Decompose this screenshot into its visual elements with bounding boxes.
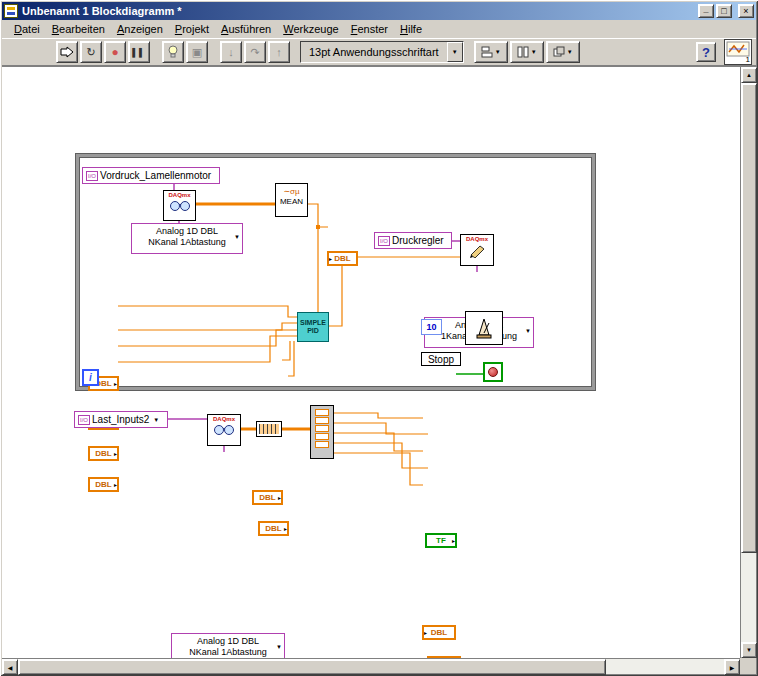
wire-index-out3[interactable] bbox=[334, 433, 423, 451]
wire-dbl4-pid[interactable] bbox=[118, 336, 298, 362]
polymorphic-selector-read1[interactable]: Analog 1D DBL NKanal 1Abtastung ▼ bbox=[131, 223, 243, 254]
minimize-button[interactable]: _ bbox=[698, 4, 714, 18]
dbl-indicator-2[interactable]: ▸ DBL bbox=[427, 656, 461, 658]
dbl-control-3[interactable]: DBL ▸ bbox=[88, 446, 119, 461]
abort-icon: ● bbox=[111, 45, 118, 59]
dbl-control-4[interactable]: DBL ▸ bbox=[88, 477, 119, 492]
horizontal-scroll-thumb[interactable] bbox=[18, 659, 606, 675]
task-constant-vordruck[interactable]: I/O Vordruck_Lamellenmotor bbox=[82, 167, 220, 184]
terminal-arrow-icon: ▸ bbox=[114, 450, 117, 457]
step-out-button[interactable]: ↑ bbox=[268, 41, 290, 63]
step-into-button[interactable]: ↓ bbox=[220, 41, 242, 63]
vertical-scroll-thumb[interactable] bbox=[741, 83, 757, 553]
window: Unbenannt 1 Blockdiagramm * _ □ × Datei … bbox=[0, 0, 758, 676]
toolbar-right: ? 1 bbox=[696, 39, 752, 65]
daqmx-write-node[interactable]: DAQmx bbox=[460, 234, 494, 266]
selector-dropdown-icon[interactable]: ▼ bbox=[234, 234, 240, 242]
titlebar[interactable]: Unbenannt 1 Blockdiagramm * _ □ × bbox=[2, 2, 756, 20]
distribute-objects-dropdown[interactable]: ▼ bbox=[510, 41, 544, 63]
wire-mean-dbl-indicator[interactable] bbox=[307, 204, 328, 227]
terminal-arrow-icon: ▸ bbox=[424, 629, 427, 636]
vi-icon[interactable]: 1 bbox=[724, 39, 752, 65]
wire-index-out4[interactable] bbox=[334, 443, 428, 468]
font-settings-dropdown[interactable]: 13pt Anwendungsschriftart ▼ bbox=[300, 41, 464, 63]
task-constant-last-inputs-label: Last_Inputs2 bbox=[92, 414, 149, 425]
retain-values-button[interactable]: ▣ bbox=[186, 41, 208, 63]
daqmx-task-icon: I/O bbox=[86, 171, 98, 181]
close-button[interactable]: × bbox=[738, 4, 754, 18]
task-dropdown-icon[interactable]: ▼ bbox=[153, 417, 159, 423]
vi-number-badge: 1 bbox=[746, 55, 750, 64]
wait-ms-node[interactable] bbox=[465, 311, 503, 345]
scroll-down-button[interactable]: ▼ bbox=[741, 642, 757, 658]
daqmx-read-node-1[interactable]: DAQmx bbox=[163, 190, 196, 221]
task-constant-druckregler-label: Druckregler bbox=[392, 235, 444, 246]
terminal-arrow-icon: ▸ bbox=[452, 537, 455, 544]
vertical-scrollbar[interactable]: ▲ ▼ bbox=[740, 67, 756, 658]
numeric-constant-10[interactable]: 10 bbox=[421, 319, 442, 335]
terminal-arrow-icon: ▸ bbox=[329, 255, 332, 262]
scroll-up-button[interactable]: ▲ bbox=[741, 67, 757, 83]
menu-datei[interactable]: Datei bbox=[8, 21, 46, 37]
run-button[interactable] bbox=[56, 41, 78, 63]
loop-iteration-terminal[interactable]: i bbox=[82, 369, 99, 386]
dbl-control-5[interactable]: DBL ▸ bbox=[252, 490, 283, 505]
task-constant-last-inputs[interactable]: I/O Last_Inputs2 ▼ bbox=[74, 411, 168, 428]
terminal-arrow-icon: ▸ bbox=[114, 481, 117, 488]
loop-conditional-terminal[interactable] bbox=[483, 362, 503, 382]
dbl-indicator-mean[interactable]: ▸ DBL bbox=[327, 251, 358, 266]
menu-hilfe[interactable]: Hilfe bbox=[394, 21, 428, 37]
dbl-control-6[interactable]: DBL ▸ bbox=[258, 521, 289, 536]
mean-node[interactable]: ∼σµ MEAN bbox=[275, 183, 308, 217]
stop-control-label[interactable]: Stopp bbox=[421, 352, 461, 366]
wire-dbl3-pid[interactable] bbox=[118, 330, 298, 346]
block-diagram[interactable]: I/O Vordruck_Lamellenmotor DAQmx Analog … bbox=[2, 67, 740, 658]
menu-werkzeuge[interactable]: Werkzeuge bbox=[277, 21, 344, 37]
menu-anzeigen[interactable]: Anzeigen bbox=[111, 21, 169, 37]
terminal-arrow-icon: ▸ bbox=[114, 380, 117, 387]
distribute-objects-icon bbox=[517, 46, 529, 58]
pause-button[interactable]: ▌▌ bbox=[128, 41, 150, 63]
simple-pid-node[interactable]: SIMPLE PID bbox=[297, 312, 329, 342]
index-array-node[interactable] bbox=[310, 405, 334, 459]
daqmx-read-node-2[interactable]: DAQmx bbox=[207, 414, 241, 446]
window-title: Unbenannt 1 Blockdiagramm * bbox=[20, 5, 696, 17]
selector-dropdown-icon[interactable]: ▼ bbox=[525, 328, 531, 336]
scroll-left-button[interactable]: ◀ bbox=[2, 659, 18, 675]
tf-terminal[interactable]: TF ▸ bbox=[425, 533, 457, 548]
polymorphic-selector-read2[interactable]: Analog 1D DBL NKanal 1Abtastung ▼ bbox=[171, 633, 285, 658]
app-icon[interactable] bbox=[4, 4, 18, 18]
scroll-right-button[interactable]: ▶ bbox=[724, 659, 740, 675]
step-over-button[interactable]: ↷ bbox=[244, 41, 266, 63]
run-continuous-button[interactable]: ↻ bbox=[80, 41, 102, 63]
menu-projekt[interactable]: Projekt bbox=[169, 21, 215, 37]
wire-dbl6-pid[interactable] bbox=[288, 341, 294, 376]
wire-dbl2-pid[interactable] bbox=[118, 323, 298, 330]
menu-ausfuehren[interactable]: Ausführen bbox=[215, 21, 277, 37]
wire-index-out1[interactable] bbox=[334, 413, 423, 418]
align-objects-dropdown[interactable]: ▼ bbox=[474, 41, 508, 63]
array-index-icon[interactable] bbox=[256, 421, 282, 437]
font-dropdown-arrow[interactable]: ▼ bbox=[447, 42, 463, 62]
font-selection-value: 13pt Anwendungsschriftart bbox=[301, 46, 447, 58]
pause-icon: ▌▌ bbox=[132, 48, 145, 57]
task-constant-druckregler[interactable]: I/O Druckregler bbox=[374, 232, 452, 249]
highlight-execution-button[interactable] bbox=[162, 41, 184, 63]
menu-fenster[interactable]: Fenster bbox=[345, 21, 394, 37]
maximize-button[interactable]: □ bbox=[716, 4, 732, 18]
wire-index-out5[interactable] bbox=[334, 453, 423, 485]
dbl-indicator-1[interactable]: ▸ DBL bbox=[422, 625, 456, 640]
help-button[interactable]: ? bbox=[696, 42, 716, 62]
wire-index-out2[interactable] bbox=[334, 423, 428, 434]
toolbar: ↻ ● ▌▌ ▣ ↓ ↷ ↑ 13pt Anwendungsschriftart… bbox=[2, 38, 756, 66]
wire-dbl5-pid[interactable] bbox=[282, 341, 290, 360]
reorder-objects-dropdown[interactable]: ▼ bbox=[546, 41, 580, 63]
horizontal-scrollbar[interactable]: ◀ ▶ bbox=[2, 658, 740, 674]
daqmx-task-icon: I/O bbox=[378, 236, 390, 246]
abort-button[interactable]: ● bbox=[104, 41, 126, 63]
selector-dropdown-icon[interactable]: ▼ bbox=[276, 644, 282, 652]
wire-layer bbox=[2, 67, 738, 658]
wire-dbl1-pid[interactable] bbox=[118, 306, 298, 317]
wire-pid-write[interactable] bbox=[328, 257, 461, 326]
menu-bearbeiten[interactable]: Bearbeiten bbox=[46, 21, 111, 37]
